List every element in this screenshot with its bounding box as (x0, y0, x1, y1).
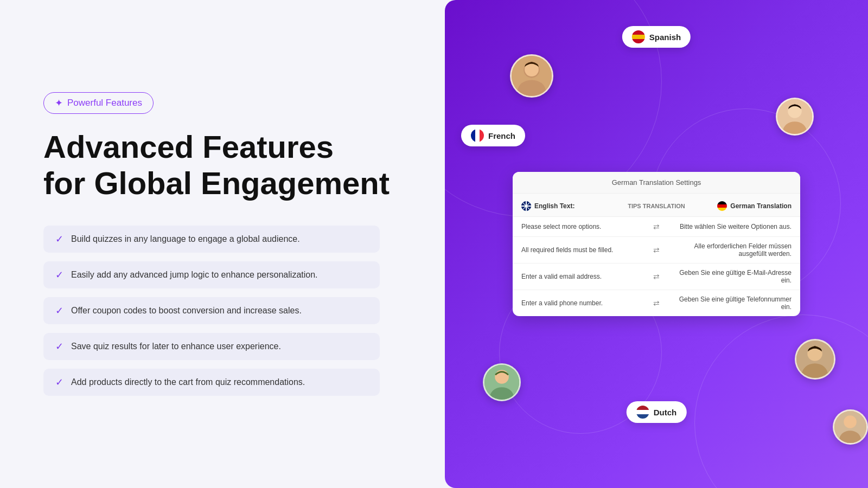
table-row: All required fields must be filled. ⇄ Al… (513, 237, 800, 264)
german-text-1: Bitte wählen Sie weitere Optionen aus. (668, 223, 792, 230)
english-text-3: Enter a valid email address. (521, 273, 644, 280)
check-icon: ✓ (55, 305, 63, 317)
check-icon: ✓ (55, 341, 63, 352)
flag-french-icon (471, 129, 484, 142)
feature-text: Build quizzes in any language to engage … (71, 234, 300, 244)
right-panel: Spanish French Dutch (445, 0, 868, 488)
feature-text: Save quiz results for later to enhance u… (71, 342, 281, 351)
col-german-label: German Translation (730, 202, 792, 210)
main-heading: Advanced Features for Global Engagement (43, 129, 401, 201)
check-icon: ✓ (55, 269, 63, 281)
check-icon: ✓ (55, 233, 63, 245)
flag-dutch-icon (636, 406, 649, 419)
transfer-icon: ⇄ (649, 272, 664, 281)
flag-uk-icon (521, 201, 531, 211)
badge-text: Powerful Features (67, 98, 142, 108)
table-row: Please select more options. ⇄ Bitte wähl… (513, 217, 800, 237)
german-text-4: Geben Sie eine gültige Telefonnummer ein… (668, 296, 792, 311)
german-text-2: Alle erforderlichen Felder müssen ausgef… (668, 242, 792, 258)
translation-card: German Translation Settings English Text… (513, 172, 800, 316)
col-tips-header: TIPS TRANSLATION (628, 199, 685, 213)
left-panel: ✦ Powerful Features Advanced Features fo… (0, 0, 445, 488)
german-text-3: Geben Sie eine gültige E-Mail-Adresse ei… (668, 269, 792, 284)
english-text-1: Please select more options. (521, 223, 644, 230)
feature-item: ✓ Add products directly to the cart from… (43, 369, 380, 396)
col-english-header: English Text: (521, 199, 628, 213)
language-badge-spanish: Spanish (622, 26, 691, 48)
feature-item: ✓ Easily add any advanced jump logic to … (43, 261, 380, 288)
col-english-label: English Text: (534, 202, 575, 210)
feature-text: Easily add any advanced jump logic to en… (71, 270, 318, 280)
badge: ✦ Powerful Features (43, 92, 154, 114)
table-row: Enter a valid phone number. ⇄ Geben Sie … (513, 290, 800, 316)
svg-point-14 (844, 415, 857, 428)
avatar-top-right (776, 98, 814, 136)
transfer-icon: ⇄ (649, 222, 664, 231)
avatar-bottom-right-1 (795, 339, 835, 380)
feature-text: Offer coupon codes to boost conversion a… (71, 306, 302, 316)
feature-item: ✓ Build quizzes in any language to engag… (43, 226, 380, 253)
avatar-bottom-right-2 (833, 409, 868, 445)
table-row: Enter a valid email address. ⇄ Geben Sie… (513, 264, 800, 290)
transfer-icon: ⇄ (649, 299, 664, 307)
language-badge-dutch: Dutch (627, 401, 687, 423)
flag-de-icon (717, 201, 727, 211)
check-icon: ✓ (55, 376, 63, 388)
language-label-french: French (488, 131, 515, 140)
transfer-icon: ⇄ (649, 246, 664, 254)
col-german-header: German Translation (685, 199, 792, 213)
english-text-4: Enter a valid phone number. (521, 299, 644, 307)
card-columns-header: English Text: TIPS TRANSLATION German Tr… (513, 194, 800, 217)
features-list: ✓ Build quizzes in any language to engag… (43, 226, 401, 396)
card-title: German Translation Settings (513, 172, 800, 194)
avatar-bottom-left (483, 363, 521, 401)
flag-spanish-icon (632, 30, 645, 43)
language-badge-french: French (461, 125, 525, 146)
feature-text: Add products directly to the cart from q… (71, 377, 305, 387)
badge-icon: ✦ (55, 97, 63, 109)
language-label-dutch: Dutch (654, 408, 677, 417)
english-text-2: All required fields must be filled. (521, 246, 644, 254)
deco-circle (694, 314, 868, 488)
feature-item: ✓ Offer coupon codes to boost conversion… (43, 297, 380, 324)
feature-item: ✓ Save quiz results for later to enhance… (43, 333, 380, 360)
avatar-top-left (510, 54, 553, 98)
language-label-spanish: Spanish (649, 33, 681, 42)
